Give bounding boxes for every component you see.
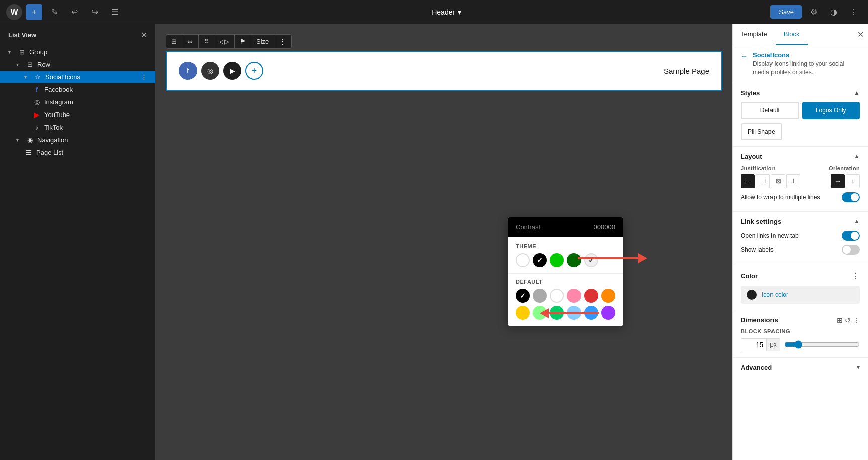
right-panel-close-button[interactable]: ✕ xyxy=(853,26,868,43)
swatch-default-white[interactable] xyxy=(550,289,564,303)
wrap-toggle[interactable] xyxy=(842,192,860,202)
row-icon: ⊟ xyxy=(25,61,34,68)
swatch-default-gray[interactable] xyxy=(533,289,547,303)
preview-icon[interactable]: ◑ xyxy=(826,4,842,20)
tree-label-social-icons: Social Icons xyxy=(45,73,80,81)
color-preview-bar: Contrast 000000 xyxy=(508,217,623,237)
icon-color-row[interactable]: Icon color xyxy=(741,286,860,304)
swatch-green[interactable] xyxy=(550,253,564,267)
spacing-row: px xyxy=(741,338,860,351)
swatch-default-purple[interactable] xyxy=(601,306,615,320)
spacing-input[interactable] xyxy=(741,339,766,351)
page-list-icon: ☰ xyxy=(24,149,33,156)
move-left-button[interactable]: ⇔ xyxy=(182,35,199,48)
tree-item-instagram[interactable]: ◎ Instagram xyxy=(0,96,155,108)
tree-item-group[interactable]: ▾ ⊞ Group xyxy=(0,46,155,58)
dimensions-section: Dimensions ⊞ ↺ ⋮ BLOCK SPACING px xyxy=(733,310,868,358)
tree-item-social-icons[interactable]: ▾ ☆ Social Icons ⋮ xyxy=(0,71,155,83)
block-type-button[interactable]: ⊞ xyxy=(166,35,182,48)
swatch-default-yellow[interactable] xyxy=(516,306,530,320)
size-button[interactable]: Size xyxy=(251,35,274,48)
social-icons-options-button[interactable]: ⋮ xyxy=(141,73,147,81)
justify-center-button[interactable]: ⊣ xyxy=(756,174,770,188)
tree-label-page-list: Page List xyxy=(36,149,63,156)
canvas-area: ⊞ ⇔ ⠿ ◁▷ ⚑ Size ⋮ f ◎ ▶ + Sample Page xyxy=(156,24,732,460)
advanced-title: Advanced xyxy=(741,364,772,371)
tree-item-row[interactable]: ▾ ⊟ Row xyxy=(0,58,155,71)
swatch-black[interactable] xyxy=(533,253,547,267)
more-options-icon[interactable]: ⋮ xyxy=(846,4,862,20)
style-option-pill[interactable]: Pill Shape xyxy=(741,123,782,140)
header-block: f ◎ ▶ + Sample Page xyxy=(166,51,722,91)
justify-right-button[interactable]: ⊠ xyxy=(771,174,785,188)
tree-item-tiktok[interactable]: ♪ TikTok xyxy=(0,121,155,134)
dimension-more-button[interactable]: ⋮ xyxy=(853,316,860,324)
layout-header[interactable]: Layout ▲ xyxy=(741,153,860,160)
swatch-default-orange[interactable] xyxy=(601,289,615,303)
youtube-social-icon[interactable]: ▶ xyxy=(223,62,241,80)
advanced-chevron-icon: ▾ xyxy=(857,364,860,371)
color-options-button[interactable]: ⋮ xyxy=(852,271,860,281)
swatch-default-red[interactable] xyxy=(584,289,598,303)
style-option-default[interactable]: Default xyxy=(741,102,799,119)
spacing-slider[interactable] xyxy=(784,340,860,349)
dimension-reset-button[interactable]: ↺ xyxy=(845,316,851,324)
justify-left-button[interactable]: ⊢ xyxy=(741,174,755,188)
dimensions-controls: ⊞ ↺ ⋮ xyxy=(837,316,860,324)
show-labels-toggle[interactable] xyxy=(842,245,860,255)
orientation-buttons: → ↓ xyxy=(831,174,860,188)
top-toolbar: W + ✎ ↩ ↪ ☰ Header ▾ Save ⚙ ◑ ⋮ xyxy=(0,0,868,24)
link-settings-header[interactable]: Link settings ▲ xyxy=(741,218,860,225)
list-view-close-button[interactable]: ✕ xyxy=(141,30,147,40)
save-button[interactable]: Save xyxy=(770,5,802,19)
open-new-tab-toggle[interactable] xyxy=(842,231,860,241)
tree-label-tiktok: TikTok xyxy=(44,124,63,131)
orient-vertical-button[interactable]: ↓ xyxy=(846,174,860,188)
tree-item-facebook[interactable]: f Facebook xyxy=(0,83,155,96)
tree-item-youtube[interactable]: ▶ YouTube xyxy=(0,108,155,121)
style-option-logos-only[interactable]: Logos Only xyxy=(802,102,860,119)
header-title: Header xyxy=(432,8,455,16)
edit-button[interactable]: ✎ xyxy=(46,4,62,20)
tree-label-row: Row xyxy=(37,61,50,68)
swatch-default-pink[interactable] xyxy=(567,289,581,303)
dimensions-header: Dimensions ⊞ ↺ ⋮ xyxy=(741,316,860,324)
instagram-icon: ◎ xyxy=(32,98,41,106)
right-panel: Template Block ✕ ← SocialIcons Display i… xyxy=(732,24,868,460)
add-social-icon-button[interactable]: + xyxy=(245,62,263,80)
facebook-social-icon[interactable]: f xyxy=(179,62,197,80)
orient-horizontal-button[interactable]: → xyxy=(831,174,845,188)
align-button[interactable]: ⚑ xyxy=(235,35,251,48)
styles-header[interactable]: Styles ▲ xyxy=(741,89,860,97)
header-dropdown-button[interactable]: Header ▾ xyxy=(432,8,461,16)
redo-button[interactable]: ↪ xyxy=(86,4,103,20)
settings-icon[interactable]: ⚙ xyxy=(806,4,822,20)
tree-label-facebook: Facebook xyxy=(44,86,73,93)
swatch-white[interactable] xyxy=(516,253,530,267)
drag-button[interactable]: ⠿ xyxy=(199,35,214,48)
default-label: DEFAULT xyxy=(516,279,615,285)
more-block-options-button[interactable]: ⋮ xyxy=(274,35,291,48)
undo-button[interactable]: ↩ xyxy=(66,4,82,20)
tree-item-page-list[interactable]: ☰ Page List xyxy=(0,146,155,159)
spacing-unit: px xyxy=(766,339,780,351)
list-view-button[interactable]: ☰ xyxy=(107,4,123,20)
dimension-link-button[interactable]: ⊞ xyxy=(837,316,843,324)
layout-labels: Justification Orientation xyxy=(741,165,860,171)
tree-item-navigation[interactable]: ▾ ◉ Navigation xyxy=(0,134,155,146)
tab-block[interactable]: Block xyxy=(776,24,808,45)
block-spacing-label: BLOCK SPACING xyxy=(741,328,860,334)
navigate-button[interactable]: ◁▷ xyxy=(214,35,235,48)
justify-full-button[interactable]: ⊥ xyxy=(786,174,800,188)
chevron-icon: ▾ xyxy=(24,74,30,80)
tab-template[interactable]: Template xyxy=(733,24,776,45)
contrast-label: Contrast xyxy=(516,223,540,231)
layout-title: Layout xyxy=(741,153,762,160)
instagram-social-icon[interactable]: ◎ xyxy=(201,62,219,80)
back-arrow-icon[interactable]: ← xyxy=(741,52,748,60)
add-block-button[interactable]: + xyxy=(26,4,42,20)
block-description-section: ← SocialIcons Display icons linking to y… xyxy=(733,45,868,83)
chevron-icon: ▾ xyxy=(8,49,14,55)
swatch-default-black[interactable] xyxy=(516,289,530,303)
advanced-header[interactable]: Advanced ▾ xyxy=(741,364,860,371)
